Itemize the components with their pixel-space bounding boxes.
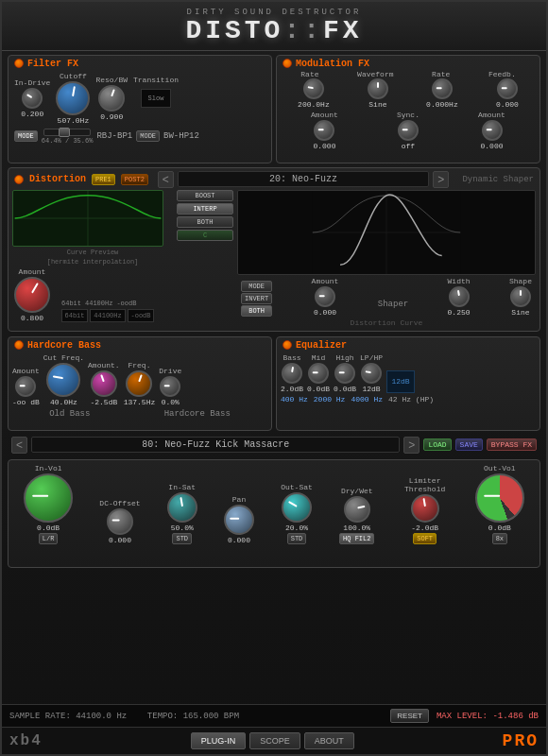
slider-thumb (59, 128, 70, 137)
shaper-width-container: Width 0.250 (448, 277, 471, 317)
bass-amount2-knob[interactable] (91, 370, 117, 397)
filter-power-led[interactable] (14, 59, 24, 68)
content-area: Filter FX In-Drive 0.200 Cutoff 507.0Hz (2, 51, 546, 704)
bypass-btn[interactable]: BYPASS FX (487, 438, 537, 451)
filter-mode-value: RBJ-BP1 (96, 131, 132, 141)
pan-label: Pan (232, 495, 246, 504)
preset-prev-btn[interactable]: < (158, 171, 174, 188)
bass-power-led[interactable] (14, 340, 24, 350)
mod-rate-value: 200.0Hz (298, 100, 330, 109)
dcoffset-label: DC-Offset (99, 499, 140, 507)
bass-title: Hardcore Bass (9, 337, 271, 352)
shaper-shape-knob[interactable] (510, 286, 531, 307)
footer-btns: PLUG-IN SCOPE ABOUT (191, 732, 354, 749)
eq-bass-knob[interactable] (282, 363, 302, 384)
dist-middle: BOOST INTERP BOTH C (177, 190, 233, 327)
shaper-width-knob[interactable] (449, 286, 470, 307)
header-title: DISTO::FX (2, 17, 546, 46)
shaper-both-btn[interactable]: BOTH (241, 305, 272, 317)
eq-title-label: Equalizer (296, 340, 347, 351)
cutoff-container: Cutoff 507.0Hz (56, 72, 90, 125)
invol-knob[interactable] (24, 473, 73, 523)
limiter-knob[interactable] (411, 494, 439, 523)
shaper-invert-btn[interactable]: INVERT (241, 293, 272, 304)
boost-btn[interactable]: BOOST (177, 190, 233, 201)
shaper-amount-knob[interactable] (315, 286, 335, 307)
main-preset-prev[interactable]: < (11, 437, 27, 454)
lr-btn[interactable]: L/R (39, 533, 59, 544)
bass-freq-value: 137.5Hz (124, 398, 156, 406)
eq-power-led[interactable] (283, 340, 292, 350)
drywet-knob[interactable] (344, 496, 370, 523)
std-btn2[interactable]: STD (287, 533, 307, 544)
reso-knob[interactable] (98, 85, 125, 112)
soft-btn[interactable]: SOFT (413, 533, 437, 544)
shaper-amount-value: 0.000 (314, 308, 336, 317)
interp-btn[interactable]: INTERP (177, 203, 233, 215)
load-btn[interactable]: LOAD (423, 438, 451, 451)
mod-amount2-label: Amount (478, 111, 505, 119)
plugin-btn[interactable]: PLUG-IN (191, 732, 247, 749)
filter-slider[interactable] (43, 129, 91, 136)
main-preset-next[interactable]: > (403, 437, 420, 454)
shaper-label: Shaper (378, 300, 408, 317)
bass-cutfreq-value: 40.0Hz (50, 398, 77, 406)
both-btn[interactable]: BOTH (177, 216, 233, 228)
in-drive-knob[interactable] (22, 88, 43, 109)
eq-high-knob[interactable] (334, 363, 355, 384)
filter-mode-value2: BW-HP12 (163, 131, 199, 141)
bass-drive-knob[interactable] (160, 376, 180, 397)
outvol-knob[interactable] (475, 473, 524, 523)
mod-amount2-knob[interactable] (482, 120, 503, 141)
filter-bottom: MODE 64.4% / 35.6% RBJ-BP1 MODE BW-HP12 (9, 129, 271, 146)
8x-btn[interactable]: 8x (492, 533, 507, 544)
bitcrush-row: 64bit 44100Hz -oodB (61, 300, 154, 307)
dist-power-led[interactable] (14, 175, 24, 184)
dist-amount-knob[interactable] (14, 277, 50, 313)
cutoff-knob[interactable] (56, 81, 90, 115)
shaper-mode-btn[interactable]: MODE (241, 281, 272, 292)
filter-mode-btn2[interactable]: MODE (136, 130, 160, 142)
save-btn[interactable]: SAVE (455, 438, 483, 451)
mod-fx-panel: Modulation FX Rate Waveform Rate Feedb. … (276, 55, 540, 163)
dcoffset-knob[interactable] (107, 508, 133, 535)
mod-wave-knob[interactable] (368, 78, 388, 99)
post-btn[interactable]: POST2 (121, 174, 148, 185)
outsat-knob[interactable] (282, 492, 312, 523)
status-reset-btn[interactable]: RESET (390, 709, 429, 723)
shaper-shape-value: Sine (511, 308, 529, 317)
curve-preview-svg (13, 191, 163, 246)
bass-cutfreq-knob[interactable] (46, 363, 80, 397)
eq-lphp-container: LP/HP 12dB (360, 353, 383, 393)
mod-sync-knob[interactable] (398, 120, 419, 141)
mod-rate2-knob[interactable] (432, 78, 453, 99)
pre-btn[interactable]: PRE1 (92, 174, 115, 185)
bass-amount-knob[interactable] (15, 376, 36, 397)
insat-knob[interactable] (167, 492, 197, 523)
eq-lphp-knob[interactable] (361, 363, 382, 384)
curve-preview (12, 190, 163, 247)
reso-label: Reso/BW (95, 76, 128, 84)
hqfil2-btn[interactable]: HQ FIL2 (339, 533, 374, 544)
eq-mid-knob[interactable] (308, 363, 329, 384)
bass-amount2-value: -2.5dB (90, 398, 117, 406)
bass-freq-knob[interactable] (126, 370, 152, 397)
mod-amount-row: Amount 0.000 Sync. off Amount 0.0 (283, 109, 534, 150)
filter-mode-btn[interactable]: MODE (14, 130, 38, 142)
shaper-amount-label: Amount (312, 277, 339, 285)
preset-next-btn[interactable]: > (433, 171, 449, 188)
mod-power-led[interactable] (283, 59, 292, 68)
mod-amount-knob[interactable] (314, 120, 334, 141)
pan-knob[interactable] (224, 505, 254, 535)
mod-knobs-row: 200.0Hz Sine 0.000Hz 0.000 (283, 78, 534, 109)
dist-amount-label: Amount (19, 267, 46, 276)
about-btn[interactable]: ABOUT (304, 732, 354, 749)
curve-preview-label: Curve Preview (12, 249, 173, 256)
mod-rate-knob[interactable] (303, 78, 324, 99)
eq-high-label: High (335, 353, 353, 362)
mod-feedb-knob[interactable] (497, 78, 518, 99)
reset-curve-btn[interactable]: C (177, 230, 233, 241)
scope-btn[interactable]: SCOPE (249, 732, 300, 749)
std-btn[interactable]: STD (172, 533, 192, 544)
dist-title: Distortion (29, 174, 86, 184)
